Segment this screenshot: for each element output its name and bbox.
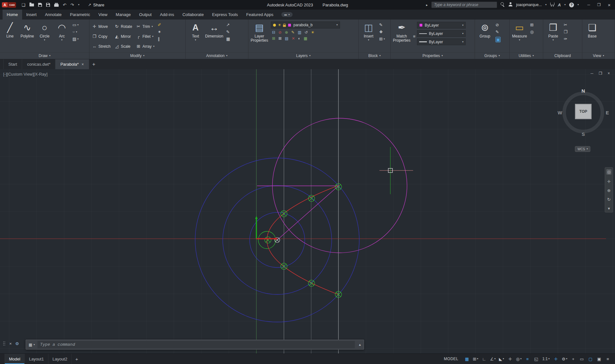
panel-label-clipboard[interactable]: Clipboard (543, 52, 582, 59)
rectangle-icon[interactable]: ▭ ▾ (72, 23, 79, 27)
layout-tab[interactable]: Layout2 (48, 354, 72, 364)
panel-label-draw[interactable]: Draw ▾ (0, 52, 89, 59)
open-file-icon[interactable] (29, 4, 34, 6)
group-button[interactable]: ⊚ Group (476, 21, 494, 38)
annotation-scale[interactable]: 1:1 ▾ (541, 355, 551, 363)
graphics-monitor-icon[interactable]: ▢ (586, 355, 594, 363)
help-menu-caret[interactable]: ▾ (578, 4, 579, 6)
help-icon[interactable]: ? (569, 3, 574, 7)
linetype-dropdown[interactable]: ByLayer ▾ (417, 38, 466, 45)
customize-wrench-icon[interactable]: ⚙ (15, 341, 19, 346)
drag-handle-icon[interactable] (3, 342, 6, 346)
panel-label-annotation[interactable]: Annotation ▾ (186, 52, 248, 59)
command-history-expand-icon[interactable]: ▲ (356, 343, 364, 346)
layer-tool-icon[interactable]: ▤ (285, 37, 288, 40)
minimize-button[interactable]: ─ (584, 0, 594, 10)
viewcube[interactable]: N S W E TOP (560, 89, 607, 136)
quickcalc-icon[interactable]: ⊞ (530, 23, 534, 27)
measure-button[interactable]: ▭ Measure ▾ (511, 21, 528, 41)
layer-properties-button[interactable]: ▤ Layer Properties (250, 21, 269, 43)
layer-tool-icon[interactable]: ◐ (298, 37, 300, 40)
polyline-button[interactable]: ∿ Polyline (19, 21, 36, 38)
layout-tab[interactable]: Layout1 (25, 354, 48, 364)
ribbon-tab[interactable]: Parametric (66, 10, 94, 20)
model-space-label[interactable]: MODEL (444, 357, 458, 361)
panel-label-utilities[interactable]: Utilities ▾ (510, 52, 543, 59)
store-cart-icon[interactable] (550, 3, 554, 7)
share-button[interactable]: ↗ Share (88, 3, 104, 7)
zoom-icon[interactable]: ⊕ (607, 188, 611, 193)
match-properties-button[interactable]: ✒ Match Properties (392, 21, 411, 43)
paste-button[interactable]: ❒ Paste ▾ (544, 21, 562, 41)
layer-tool-icon[interactable]: ⊕ (285, 30, 288, 34)
user-menu-caret[interactable]: ▾ (545, 4, 547, 6)
lineweight-dropdown[interactable]: ByLayer ▾ (417, 30, 466, 37)
new-file-icon[interactable]: ❏ (21, 3, 25, 7)
line-button[interactable]: ╱ Line (1, 21, 19, 38)
group-edit-icon[interactable]: ✎ (495, 30, 501, 34)
text-button[interactable]: A Text ▾ (187, 21, 204, 41)
command-input[interactable] (37, 341, 355, 348)
panel-label-properties[interactable]: Properties ▾ (391, 52, 475, 59)
fillet-button[interactable]: ╭ Fillet ▾ (135, 31, 156, 41)
offset-icon[interactable]: ∥ (158, 37, 161, 41)
autodesk-menu-caret[interactable]: ▾ (564, 4, 566, 6)
pan-icon[interactable]: ✛ (607, 179, 611, 184)
search-icon[interactable] (501, 2, 505, 7)
copy-button[interactable]: ❐ Copy (91, 31, 112, 41)
annotation-monitor-icon[interactable]: + (569, 355, 577, 363)
navbar-more-icon[interactable]: ▾ (608, 206, 610, 211)
new-drawing-button[interactable]: + (89, 59, 99, 69)
wcs-dropdown[interactable]: WCS ▾ (575, 146, 590, 152)
layer-tool-icon[interactable]: ✕ (292, 37, 295, 40)
ribbon-tab[interactable]: Add-ins (156, 10, 178, 20)
user-name[interactable]: joaopmarque... (516, 3, 542, 7)
autodesk-app-icon[interactable]: A (558, 3, 561, 7)
ellipse-icon[interactable]: ○ ▾ (72, 30, 79, 34)
viewport-close-icon[interactable]: × (608, 71, 610, 76)
save-icon[interactable] (38, 3, 42, 7)
autocad-logo[interactable]: A CAD (2, 2, 16, 8)
navwheel-icon[interactable]: ◎ (606, 169, 611, 175)
circle-button[interactable]: ○ Circle ▾ (36, 21, 53, 41)
search-input[interactable] (431, 2, 497, 8)
cut-icon[interactable]: ✂ (564, 23, 568, 27)
leader-icon[interactable]: ↗ (226, 23, 230, 27)
new-layout-button[interactable]: + (75, 356, 78, 362)
insert-button[interactable]: ◫ Insert ▾ (360, 21, 377, 41)
arc-button[interactable]: ◠ Arc ▾ (53, 21, 71, 41)
ribbon-tab[interactable]: Manage (112, 10, 135, 20)
panel-label-layers[interactable]: Layers ▾ (248, 52, 358, 59)
table-icon[interactable]: ▦ (226, 37, 230, 41)
attribute-icon[interactable]: ❖ (379, 30, 385, 34)
ribbon-tab[interactable]: Insert (22, 10, 41, 20)
plot-icon[interactable] (54, 3, 59, 7)
paste-special-icon[interactable]: ✑ (564, 37, 568, 41)
block-edit-icon[interactable]: ✎ (379, 23, 385, 27)
idpoint-icon[interactable]: ◎ (530, 30, 534, 34)
ribbon-tab[interactable]: Express Tools (208, 10, 242, 20)
ribbon-tab[interactable]: Output (135, 10, 156, 20)
properties-list-icon[interactable]: ≡ (413, 34, 416, 39)
ribbon-tab[interactable]: Collaborate (178, 10, 208, 20)
layout-tab[interactable]: Model (4, 354, 25, 364)
polar-icon[interactable]: ∠ ▾ (489, 355, 497, 363)
ribbon-tab[interactable]: Featured Apps (242, 10, 278, 20)
redo-icon[interactable]: ↷ (71, 3, 74, 7)
panel-label-modify[interactable]: Modify ▾ (89, 52, 185, 59)
file-tab[interactable]: Start (3, 59, 22, 69)
ortho-icon[interactable]: ∟ (480, 355, 488, 363)
ribbon-collapse-button[interactable]: ▬ ▾ (281, 12, 293, 17)
clean-screen-icon[interactable]: ▣ (595, 355, 603, 363)
customization-icon[interactable]: ≡ (604, 355, 612, 363)
viewcube-east[interactable]: E (606, 110, 609, 115)
layer-tool-icon[interactable]: ⊠ (278, 37, 282, 40)
isolate-icon[interactable]: ◱ (532, 355, 540, 363)
viewport-minimize-icon[interactable]: ─ (591, 71, 594, 76)
base-button[interactable]: ❏ Base (584, 21, 601, 38)
move-button[interactable]: ✛ Move (91, 21, 112, 31)
save-as-icon[interactable] (46, 3, 50, 7)
qat-menu-caret[interactable]: ▾ (78, 4, 79, 6)
layer-tool-icon[interactable]: ⊟ (272, 30, 275, 34)
dimension-button[interactable]: ↔ Dimension (204, 21, 224, 38)
